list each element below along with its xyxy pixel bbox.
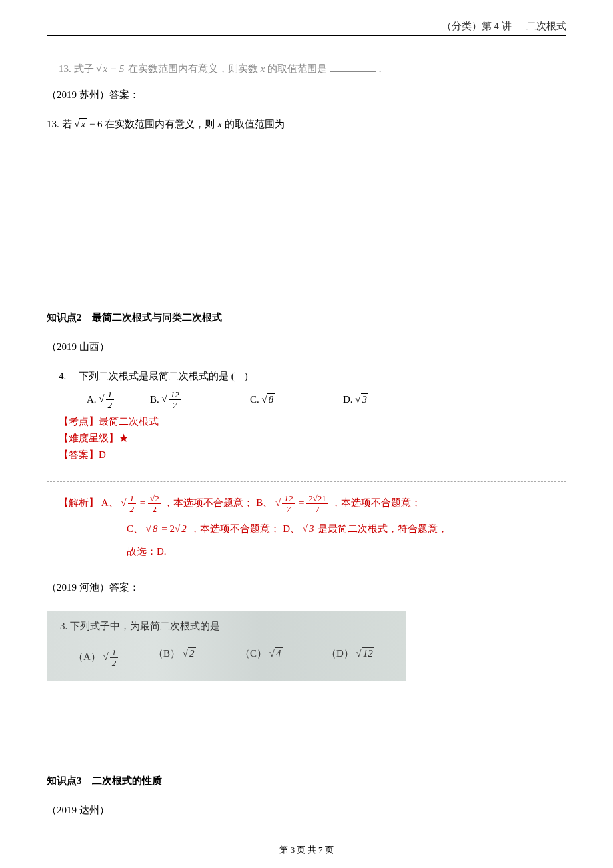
sqrt-icon: √12 [121, 492, 137, 514]
q13a-end: . [379, 63, 382, 74]
page-header: （分类）第 4 讲 二次根式 [47, 20, 566, 36]
sqrt-icon: √3 [355, 394, 368, 405]
sqrt-icon: √2 [183, 648, 196, 659]
q4-kaodian: 【考点】最简二次根式 [47, 415, 566, 428]
q4-D-label: D. [343, 394, 353, 405]
q4-daan: 【答案】D [47, 449, 566, 461]
coef: 2 [169, 523, 175, 534]
q4-jiexi-line2: C、 √8 = 2√2 ，本选项不合题意； D、 √3 是最简二次根式，符合题意… [47, 518, 566, 540]
q3-opt-a: （A） √12 [60, 647, 153, 668]
jiexi-C2: ，本选项不合题意； [190, 523, 280, 534]
q13b-t3: 的取值范围为 [225, 119, 285, 129]
q4-A-label: A. [87, 394, 97, 405]
jiexi-A1: A、 [101, 497, 119, 508]
kaodian-label: 【考点】 [59, 416, 99, 427]
scanned-question-3: 3. 下列式子中，为最简二次根式的是 （A） √12 （B） √2 （C） √4… [47, 611, 406, 681]
q13b-t2: 在实数范围内有意义，则 [105, 119, 215, 129]
q4-nandu: 【难度星级】★ [47, 432, 566, 445]
sqrt-x: √x [74, 119, 87, 130]
header-category: （分类）第 4 讲 [442, 21, 512, 31]
sqrt-arg: 4 [275, 647, 283, 659]
section-3-title: 知识点3 二次根式的性质 [47, 775, 566, 787]
sqrt-icon: √12 [103, 647, 120, 668]
q3-stem: 下列式子中，为最简二次根式的是 [70, 621, 220, 631]
question-13-gray: 13. 式子 √x − 5 在实数范围内有意义，则实数 x 的取值范围是 . [47, 63, 566, 75]
dashed-divider [47, 481, 566, 482]
nandu-value: ★ [119, 433, 129, 443]
sqrt-arg: 2 [188, 647, 196, 659]
frac-den: 2 [110, 658, 119, 668]
source-shanxi: （2019 山西） [47, 341, 566, 353]
q3-stem-row: 3. 下列式子中，为最简二次根式的是 [60, 620, 393, 633]
q4-C-label: C. [250, 394, 259, 405]
q4-opt-c: C. √8 [250, 389, 343, 410]
page-footer: 第 3 页 共 7 页 [0, 844, 613, 856]
q3-D-label: （D） [326, 648, 354, 659]
frac-result-a: √22 [148, 493, 161, 514]
q3-opt-b: （B） √2 [153, 647, 240, 668]
kaodian-value: 最简二次根式 [99, 416, 159, 427]
q3-A-label: （A） [73, 651, 101, 662]
sqrt-icon: √12 [356, 648, 374, 659]
q13a-t2: 在实数范围内有意义，则实数 [128, 63, 258, 74]
sqrt-icon: √8 [146, 518, 159, 540]
sqrt-arg: 2 [155, 493, 159, 503]
q13a-t3: 的取值范围是 [267, 63, 327, 74]
source-suzhou: （2019 苏州）答案： [47, 89, 566, 101]
q4-opt-d: D. √3 [343, 389, 436, 410]
q3-B-label: （B） [153, 648, 180, 659]
q4C-arg: 8 [267, 393, 275, 405]
jiexi-A2: ，本选项不合题意； [163, 497, 253, 508]
q13a-t1: 式子 [74, 63, 94, 74]
frac-num: 1 [128, 493, 137, 504]
question-4-stem: 4. 下列二次根式是最简二次根式的是 ( ) [47, 370, 566, 383]
sqrt-icon: √127 [275, 492, 296, 514]
q3-opt-d: （D） √12 [326, 647, 374, 668]
frac-den: 2 [148, 504, 161, 514]
q13a-num: 13. [59, 63, 71, 74]
frac-num: 12 [282, 493, 295, 504]
q4-num: 4. [59, 371, 66, 381]
jiexi-label: 【解析】 [59, 497, 99, 508]
daan-label: 【答案】 [59, 449, 99, 460]
q13b-t1: 若 [62, 119, 72, 129]
daan-value: D [99, 449, 106, 460]
q4A-num: 1 [106, 389, 115, 400]
sqrt-arg: 8 [151, 523, 159, 534]
footer-suf: 页 [322, 845, 333, 855]
sqrt-expr-x-5: √x − 5 [96, 63, 125, 75]
jiexi-B2: ，本选项不合题意； [331, 497, 421, 508]
source-dazhou: （2019 达州） [47, 804, 566, 817]
jiexi-B1: B、 [256, 497, 273, 508]
q4-opt-b: B. √127 [150, 389, 250, 410]
q4-jiexi-line3: 故选：D. [47, 545, 566, 558]
sqrt-arg: 3 [308, 523, 316, 534]
section-2-title: 知识点2 最简二次根式与同类二次根式 [47, 311, 566, 324]
header-title: 二次根式 [526, 21, 566, 31]
footer-mid: 页 共 [295, 845, 318, 855]
sqrt-icon: √2 [175, 518, 188, 540]
jiexi-D2: 是最简二次根式，符合题意， [318, 523, 448, 534]
sqrt-arg: 12 [362, 647, 374, 659]
q13b-minus: − 6 [89, 119, 103, 129]
q13b-num: 13. [47, 119, 59, 129]
q4A-den: 2 [106, 400, 115, 410]
sqrt-icon: √4 [269, 648, 283, 659]
jiexi-C1: C、 [127, 523, 143, 534]
blank-line-2 [287, 118, 310, 127]
question-13b: 13. 若 √x − 6 在实数范围内有意义，则 x 的取值范围为 [47, 118, 566, 131]
question-4-options: A. √12 B. √127 C. √8 D. √3 [47, 389, 566, 410]
q13a-var: x [261, 63, 265, 74]
sqrt-icon: √12 [99, 389, 115, 410]
frac-den: 7 [306, 504, 328, 514]
sqrt-icon: √3 [303, 518, 316, 540]
source-hechi: （2019 河池）答案： [47, 581, 566, 594]
q4-stem: 下列二次根式是最简二次根式的是 ( ) [79, 371, 248, 381]
q4-jiexi-line1: 【解析】 A、 √12 = √22 ，本选项不合题意； B、 √127 = 2√… [47, 492, 566, 514]
q4-opt-a: A. √12 [47, 389, 150, 410]
blank-line [330, 63, 376, 72]
sqrt-icon: √127 [162, 389, 183, 410]
q3-num: 3. [60, 621, 67, 631]
sqrt-icon: √8 [262, 394, 275, 405]
q3-opt-c: （C） √4 [240, 647, 326, 668]
